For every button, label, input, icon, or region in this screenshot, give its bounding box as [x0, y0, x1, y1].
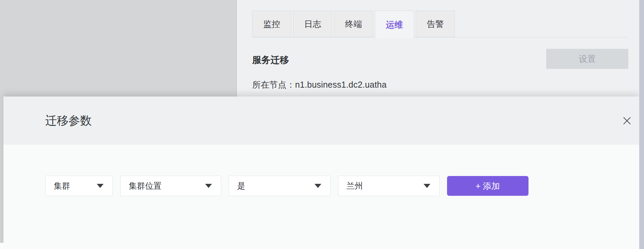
current-node-line: 所在节点：n1.business1.dc2.uatha	[252, 79, 387, 90]
select-operator[interactable]: 是	[229, 176, 331, 196]
tab-monitoring[interactable]: 监控	[252, 11, 291, 37]
select-category-value: 集群	[54, 180, 70, 191]
add-button[interactable]: + 添加	[447, 176, 528, 196]
tab-logs[interactable]: 日志	[293, 11, 332, 37]
select-operator-value: 是	[237, 180, 245, 191]
tab-operations[interactable]: 运维	[375, 11, 414, 39]
param-fields-row: 集群 集群位置 是 兰州 + 添加	[45, 176, 528, 196]
screen: 监控 日志 终端 运维 告警 服务迁移 设置 所在节点：n1.business1…	[0, 0, 644, 249]
background-bottom-left-corner	[0, 243, 3, 249]
caret-down-icon	[205, 184, 212, 188]
caret-down-icon	[97, 184, 104, 188]
tab-bar: 监控 日志 终端 运维 告警	[252, 11, 455, 39]
caret-down-icon	[315, 184, 321, 188]
select-attribute[interactable]: 集群位置	[120, 176, 221, 196]
current-node-value: n1.business1.dc2.uatha	[295, 80, 387, 89]
settings-button[interactable]: 设置	[546, 49, 628, 69]
migration-params-drawer: 迁移参数 集群 集群位置 是	[3, 97, 639, 249]
select-category[interactable]: 集群	[45, 176, 113, 196]
drawer-title: 迁移参数	[45, 97, 92, 145]
section-title-service-migration: 服务迁移	[252, 54, 289, 66]
caret-down-icon	[424, 184, 430, 188]
select-value-value: 兰州	[347, 180, 363, 191]
drawer-header: 迁移参数	[3, 97, 639, 145]
close-button[interactable]	[621, 115, 633, 127]
tab-alerts[interactable]: 告警	[416, 11, 455, 37]
current-node-label: 所在节点：	[252, 80, 295, 89]
select-value[interactable]: 兰州	[338, 176, 440, 196]
close-icon	[623, 117, 631, 124]
scrollbar-track[interactable]	[639, 0, 644, 249]
select-attribute-value: 集群位置	[129, 180, 162, 191]
tab-terminal[interactable]: 终端	[334, 11, 373, 37]
